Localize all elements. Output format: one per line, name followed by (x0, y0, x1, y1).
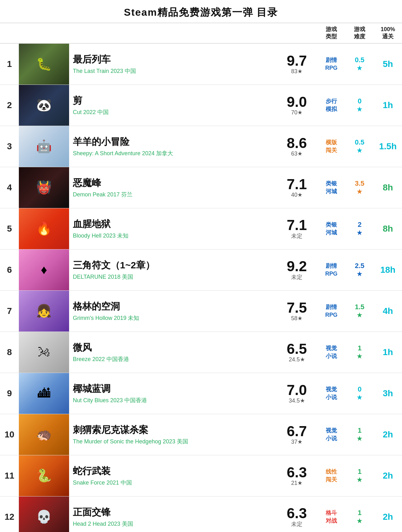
rank-number: 5 (0, 208, 19, 249)
game-type: 横版闯关 (317, 126, 345, 167)
difficulty-star: ★ (356, 476, 363, 484)
game-type: 格斗对战 (317, 496, 345, 532)
game-type: 步行模拟 (317, 85, 345, 126)
game-difficulty: 1 ★ (345, 332, 374, 373)
score-sub: 34.5★ (289, 397, 305, 404)
game-subtitle: Grimm's Hollow 2019 未知 (73, 314, 273, 322)
game-row[interactable]: 3 🤖 羊羊的小冒险 Sheepy: A Short Adventure 202… (0, 126, 402, 167)
game-info: 蛇行武装 Snake Force 2021 中国 (69, 455, 276, 496)
game-row[interactable]: 8 🌬 微风 Breeze 2022 中国香港 6.5 24.5★ 视觉小说 1… (0, 332, 402, 373)
game-title-chinese: 微风 (73, 341, 273, 354)
game-info: 刺猬索尼克谋杀案 The Murder of Sonic the Hedgeho… (69, 414, 276, 455)
game-subtitle: Demon Peak 2017 芬兰 (73, 191, 273, 198)
rank-number: 2 (0, 85, 19, 126)
game-difficulty: 0 ★ (345, 85, 374, 126)
rank-number: 4 (0, 167, 19, 208)
score-main: 6.5 (287, 342, 307, 356)
game-subtitle: Nut City Blues 2023 中国香港 (73, 397, 273, 404)
game-score: 8.6 63★ (276, 126, 317, 167)
game-difficulty: 0.5 ★ (345, 44, 374, 85)
score-sub: 58★ (291, 315, 302, 322)
completion-time: 1h (374, 332, 402, 373)
completion-time: 8h (374, 208, 402, 249)
score-sub: 21★ (291, 480, 302, 486)
game-thumbnail: 🔥 (19, 208, 69, 249)
game-difficulty: 3.5 ★ (345, 167, 374, 208)
game-title-chinese: 正面交锋 (73, 506, 273, 519)
game-type: 视觉小说 (317, 414, 345, 455)
game-subtitle: DELTARUNE 2018 美国 (73, 273, 273, 281)
game-difficulty: 2.5 ★ (345, 250, 374, 290)
game-row[interactable]: 5 🔥 血腥地狱 Bloody Hell 2023 未知 7.1 未定 类银河城… (0, 208, 402, 250)
completion-time: 5h (374, 44, 402, 85)
score-main: 7.1 (287, 177, 307, 191)
game-thumbnail: 🤖 (19, 126, 69, 167)
score-main: 7.1 (287, 218, 307, 232)
rank-number: 9 (0, 373, 19, 414)
game-type: 线性闯关 (317, 455, 345, 496)
game-row[interactable]: 10 🦔 刺猬索尼克谋杀案 The Murder of Sonic the He… (0, 414, 402, 455)
game-row[interactable]: 9 🏙 椰城蓝调 Nut City Blues 2023 中国香港 7.0 34… (0, 373, 402, 414)
difficulty-number: 1.5 (355, 303, 365, 311)
score-main: 9.2 (287, 259, 307, 273)
completion-time: 3h (374, 373, 402, 414)
game-subtitle: Snake Force 2021 中国 (73, 479, 273, 486)
page-header: Steam精品免费游戏第一弹 目录 (0, 0, 402, 23)
difficulty-star: ★ (356, 146, 363, 155)
rank-number: 10 (0, 414, 19, 455)
score-sub: 83★ (291, 68, 302, 75)
game-info: 剪 Cut 2022 中国 (69, 85, 276, 126)
completion-time: 4h (374, 291, 402, 332)
game-row[interactable]: 12 💀 正面交锋 Head 2 Head 2023 美国 6.3 未定 格斗对… (0, 496, 402, 532)
game-row[interactable]: 7 👧 格林的空洞 Grimm's Hollow 2019 未知 7.5 58★… (0, 291, 402, 332)
completion-time: 18h (374, 250, 402, 290)
game-thumbnail: 🌬 (19, 332, 69, 373)
completion-time: 8h (374, 167, 402, 208)
game-score: 9.0 70★ (276, 85, 317, 126)
completion-time: 2h (374, 414, 402, 455)
game-difficulty: 0.5 ★ (345, 126, 374, 167)
rank-number: 3 (0, 126, 19, 167)
completion-time: 1h (374, 85, 402, 126)
score-sub: 63★ (291, 150, 302, 157)
game-info: 格林的空洞 Grimm's Hollow 2019 未知 (69, 291, 276, 332)
game-type: 视觉小说 (317, 332, 345, 373)
score-sub: 40★ (291, 191, 302, 198)
game-difficulty: 2 ★ (345, 208, 374, 249)
game-score: 6.3 21★ (276, 455, 317, 496)
game-difficulty: 0 ★ (345, 373, 374, 414)
game-row[interactable]: 4 👹 恶魔峰 Demon Peak 2017 芬兰 7.1 40★ 类银河城 … (0, 167, 402, 208)
game-score: 9.2 未定 (276, 250, 317, 290)
game-info: 最后列车 The Last Train 2023 中国 (69, 44, 276, 85)
game-thumbnail: 💀 (19, 496, 69, 532)
rank-number: 6 (0, 250, 19, 290)
game-info: 微风 Breeze 2022 中国香港 (69, 332, 276, 373)
game-row[interactable]: 1 🐛 最后列车 The Last Train 2023 中国 9.7 83★ … (0, 44, 402, 85)
game-title-chinese: 羊羊的小冒险 (73, 135, 273, 148)
game-title-chinese: 最后列车 (73, 53, 273, 66)
game-info: 血腥地狱 Bloody Hell 2023 未知 (69, 208, 276, 249)
game-subtitle: Bloody Hell 2023 未知 (73, 232, 273, 239)
completion-time: 2h (374, 455, 402, 496)
difficulty-number: 0.5 (355, 56, 365, 64)
game-subtitle: The Last Train 2023 中国 (73, 67, 273, 75)
rank-number: 7 (0, 291, 19, 332)
game-info: 三角符文（1~2章） DELTARUNE 2018 美国 (69, 250, 276, 290)
game-info: 羊羊的小冒险 Sheepy: A Short Adventure 2024 加拿… (69, 126, 276, 167)
completion-time: 1.5h (374, 126, 402, 167)
score-main: 8.6 (287, 136, 307, 150)
game-score: 7.5 58★ (276, 291, 317, 332)
score-main: 6.7 (287, 424, 307, 438)
difficulty-number: 2 (358, 221, 361, 229)
game-difficulty: 1.5 ★ (345, 291, 374, 332)
game-type: 类银河城 (317, 208, 345, 249)
game-score: 6.3 未定 (276, 496, 317, 532)
game-row[interactable]: 2 🐼 剪 Cut 2022 中国 9.0 70★ 步行模拟 0 ★ 1h (0, 85, 402, 126)
difficulty-number: 3.5 (355, 179, 365, 188)
game-subtitle: Breeze 2022 中国香港 (73, 355, 273, 363)
game-row[interactable]: 6 ♦ 三角符文（1~2章） DELTARUNE 2018 美国 9.2 未定 … (0, 250, 402, 291)
game-list: 1 🐛 最后列车 The Last Train 2023 中国 9.7 83★ … (0, 44, 402, 532)
game-title-chinese: 椰城蓝调 (73, 382, 273, 395)
game-row[interactable]: 11 🐍 蛇行武装 Snake Force 2021 中国 6.3 21★ 线性… (0, 455, 402, 496)
game-thumbnail: 🐍 (19, 455, 69, 496)
